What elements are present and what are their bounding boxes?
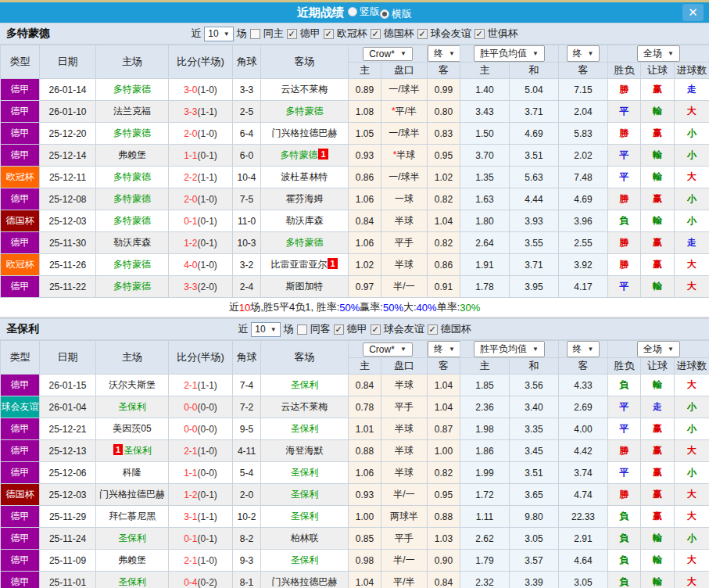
same-side-checkbox[interactable]: ✓	[250, 29, 260, 39]
match-count-select[interactable]: 10▼	[251, 322, 280, 337]
corner-cell: 6-4	[233, 123, 261, 145]
full-score: 2-1	[184, 380, 197, 391]
league-label: 德甲	[347, 322, 367, 336]
handicap-line-cell: *平/半	[381, 101, 428, 123]
match-count-value: 10	[255, 324, 265, 335]
layout-radio-vertical[interactable]: 竖版	[348, 5, 380, 19]
away-team-cell: 圣保利	[261, 550, 349, 572]
league-checkbox[interactable]: ✓	[428, 324, 438, 335]
corner-cell: 6-0	[233, 145, 261, 167]
scope-dropdown[interactable]: 全场▼	[637, 341, 680, 357]
odds-home-cell: 1.06	[349, 188, 381, 210]
match-count-select[interactable]: 10▼	[204, 27, 233, 41]
odds-provider-dropdown[interactable]: Crow*▼	[363, 47, 413, 61]
near-label: 近	[238, 322, 248, 336]
home-team-cell: 多特蒙德	[96, 210, 169, 232]
odds-value: 0.89	[356, 84, 374, 95]
away-team-cell: 勒沃库森	[261, 210, 349, 232]
corner-cell: 3-3	[233, 79, 261, 101]
result-goals-cell: 小	[675, 396, 709, 418]
sections-container: 多特蒙德近10▼场✓同主✓德甲✓欧冠杯✓德国杯✓球会友谊✓世俱杯类型日期主场比分…	[0, 23, 709, 588]
league-checkbox[interactable]: ✓	[474, 29, 485, 39]
team-label: 勒沃库森	[113, 237, 151, 248]
type-cell: 欧冠杯	[1, 254, 40, 276]
odds-home-cell: 1.02	[349, 254, 381, 276]
close-icon: ✕	[688, 5, 698, 19]
odds-value: 半/一	[393, 281, 414, 292]
close-button[interactable]: ✕	[682, 4, 704, 21]
team-label: 波杜基林特	[281, 171, 328, 182]
same-side-checkbox[interactable]: ✓	[297, 324, 307, 335]
league-checkbox[interactable]: ✓	[324, 29, 334, 39]
final-odds-dropdown[interactable]: 终▼	[428, 45, 460, 62]
result-goals-cell: 小	[675, 188, 709, 210]
result-goals-cell: 小	[675, 145, 709, 167]
team-label: 斯图加特	[286, 281, 324, 292]
result-goals-cell: 大	[675, 572, 709, 588]
home-team-cell: 法兰克福	[96, 101, 169, 123]
odds-value: 0.88	[435, 511, 453, 522]
odds-home-cell: 0.86	[349, 167, 381, 188]
avg-away-cell: 3.92	[559, 254, 608, 276]
avg-home-cell: 1.72	[460, 484, 510, 506]
avg-home-cell: 1.79	[460, 550, 510, 572]
league-checkbox[interactable]: ✓	[417, 29, 428, 39]
handicap-line-cell: 平手	[381, 396, 428, 418]
corner-cell: 7-5	[233, 188, 261, 210]
avg-draw-cell: 3.55	[510, 232, 559, 254]
scope-dropdown[interactable]: 全场▼	[637, 45, 680, 62]
full-score: 0-4	[184, 577, 197, 588]
odds-value: 0.93	[356, 489, 374, 500]
half-score: (1-0)	[198, 84, 217, 95]
avg-home-cell: 2.62	[460, 528, 510, 550]
team-label: 多特蒙德	[113, 259, 151, 270]
dropdown-cell: 胜平负均值▼	[460, 45, 559, 63]
away-team-cell: 圣保利	[261, 375, 349, 396]
odds-away-cell: 0.90	[428, 550, 460, 572]
same-side-label: 同主	[263, 27, 284, 41]
avg-odds-dropdown[interactable]: 胜平负均值▼	[474, 45, 545, 62]
full-score: 2-1	[184, 446, 197, 457]
result-goals-cell: 大	[675, 440, 709, 462]
result-wl-cell: 平	[608, 276, 641, 298]
layout-radio-horizontal[interactable]: 横版	[380, 7, 412, 21]
score-cell: 1-2(0-1)	[169, 232, 233, 254]
odds-value: 0.78	[356, 402, 374, 413]
odds-provider-dropdown[interactable]: Crow*▼	[363, 342, 413, 357]
odds-away-cell: 0.99	[428, 79, 460, 101]
league-checkbox[interactable]: ✓	[287, 29, 297, 39]
avg-away-cell: 2.55	[559, 232, 608, 254]
dropdown-cell: 终▼	[428, 45, 460, 63]
score-cell: 1-1(0-1)	[169, 145, 233, 167]
odds-value: 半球	[395, 467, 414, 478]
half-score: (0-0)	[198, 402, 217, 413]
score-cell: 1-2(0-1)	[169, 484, 233, 506]
date-cell: 25-11-29	[40, 506, 96, 528]
team-label: 弗赖堡	[118, 149, 146, 160]
avg-odds-dropdown[interactable]: 胜平负均值▼	[474, 341, 545, 357]
away-team-cell: 圣保利	[261, 484, 349, 506]
away-team-cell: 柏林联	[261, 528, 349, 550]
league-checkbox[interactable]: ✓	[371, 29, 381, 39]
result-wl-cell: 負	[608, 550, 641, 572]
league-checkbox[interactable]: ✓	[334, 324, 344, 335]
handicap-line-cell: 平/半	[381, 572, 428, 588]
league-checkbox[interactable]: ✓	[371, 324, 381, 335]
team-label: 多特蒙德	[286, 237, 324, 248]
final-odds-dropdown[interactable]: 终▼	[428, 341, 460, 357]
final-avg-dropdown[interactable]: 终▼	[567, 341, 600, 357]
date-cell: 25-11-01	[40, 572, 96, 588]
away-team-cell: 多特蒙德	[261, 101, 349, 123]
corner-cell: 4-11	[233, 440, 261, 462]
avg-draw-cell: 3.95	[510, 276, 559, 298]
result-handicap-cell: 輸	[641, 145, 675, 167]
away-team-cell: 波杜基林特	[261, 167, 349, 188]
final-avg-dropdown[interactable]: 终▼	[567, 45, 600, 62]
col-corner: 角球	[233, 341, 261, 375]
col-odds-line: 盘口	[381, 358, 428, 375]
result-handicap-cell: 赢	[641, 418, 675, 440]
team-label: 霍芬海姆	[286, 193, 324, 204]
odds-home-cell: 0.84	[349, 375, 381, 396]
home-team-cell: 弗赖堡	[96, 145, 169, 167]
section-header: 圣保利近10▼场✓同客✓德甲✓球会友谊✓德国杯	[0, 318, 709, 340]
